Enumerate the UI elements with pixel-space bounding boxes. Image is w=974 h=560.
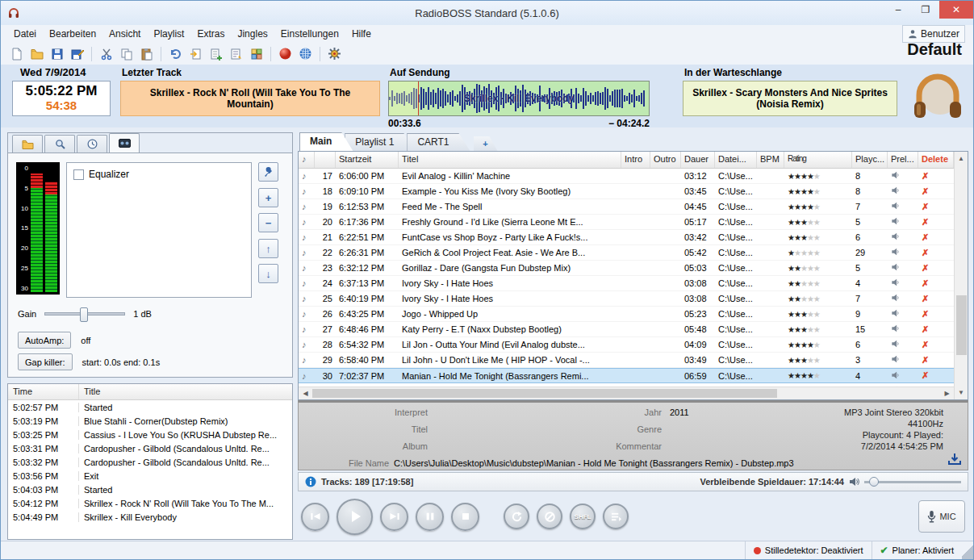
gain-slider[interactable] xyxy=(44,312,125,316)
track-rating[interactable]: ★★★★★ xyxy=(784,233,852,242)
grid-col-rating[interactable]: Rating xyxy=(784,152,852,168)
eq-move-down-button[interactable]: ↓ xyxy=(258,264,278,283)
mic-button[interactable]: MIC xyxy=(918,500,965,533)
prelisten-icon[interactable] xyxy=(888,202,918,211)
log-col-title[interactable]: Title xyxy=(79,384,292,399)
track-rating[interactable]: ★★★★★ xyxy=(784,172,852,181)
search-tab[interactable] xyxy=(44,135,75,153)
menu-datei[interactable]: Datei xyxy=(7,25,43,43)
playlist-row[interactable]: ♪286:54:32 PMLil Jon - Outta Your Mind (… xyxy=(299,337,954,353)
scroll-right-arrow[interactable]: ▶ xyxy=(940,387,954,399)
playlist-row[interactable]: ♪256:40:19 PMIvory Sky - I Hate Hoes03:0… xyxy=(299,291,954,307)
playlist-row[interactable]: ♪296:58:40 PMLil John - U Don't Like Me … xyxy=(299,353,954,368)
prelisten-icon[interactable] xyxy=(888,309,918,319)
autoamp-button[interactable]: AutoAmp: xyxy=(18,332,71,349)
folder-tab[interactable] xyxy=(12,135,43,153)
delete-track-icon[interactable]: ✗ xyxy=(918,370,954,381)
playlist-row[interactable]: ♪236:32:12 PMGorillaz - Dare (Gangsta Fu… xyxy=(299,261,954,276)
track-rating[interactable]: ★★★★★ xyxy=(784,249,852,257)
playlist-row[interactable]: ♪176:06:00 PMEvil Analog - Killin' Machi… xyxy=(299,169,954,184)
prelisten-icon[interactable] xyxy=(888,294,918,303)
open-icon[interactable] xyxy=(27,44,46,63)
scroll-up-arrow[interactable]: ▲ xyxy=(955,152,968,165)
playlist-row[interactable]: ♪186:09:10 PMExample - You Kiss Me (Ivor… xyxy=(299,184,954,199)
prelisten-icon[interactable] xyxy=(888,278,918,288)
eq-settings-button[interactable] xyxy=(258,162,278,182)
eq-move-up-button[interactable]: ↑ xyxy=(258,239,278,258)
minimize-button[interactable]: – xyxy=(884,1,912,19)
delete-track-icon[interactable]: ✗ xyxy=(918,355,954,366)
scroll-down-arrow[interactable]: ▼ xyxy=(955,386,968,399)
save-as-icon[interactable] xyxy=(68,44,86,63)
undo-icon[interactable] xyxy=(166,44,185,63)
menu-playlist[interactable]: Playlist xyxy=(147,25,190,43)
insert-track-icon[interactable] xyxy=(186,44,205,63)
volume-slider[interactable] xyxy=(864,481,961,483)
history-tab[interactable] xyxy=(77,135,107,153)
prelisten-icon[interactable] xyxy=(888,217,918,227)
settings-icon[interactable] xyxy=(325,44,344,63)
paste-icon[interactable] xyxy=(137,44,156,63)
menu-jingles[interactable]: Jingles xyxy=(231,25,274,43)
delete-track-icon[interactable]: ✗ xyxy=(918,340,954,350)
pause-button[interactable] xyxy=(416,503,444,531)
report-icon[interactable] xyxy=(227,44,245,63)
prelisten-icon[interactable] xyxy=(888,263,918,273)
equalizer-checkbox[interactable] xyxy=(73,169,84,180)
delete-track-icon[interactable]: ✗ xyxy=(918,186,954,197)
playlist-tab-playlist-1[interactable]: Playlist 1 xyxy=(345,133,415,151)
on-air-waveform[interactable]: Skrillex - Kill Everybody xyxy=(388,81,650,116)
grid-col-number[interactable] xyxy=(315,152,336,168)
track-rating[interactable]: ★★★★★ xyxy=(784,295,852,303)
delete-track-icon[interactable]: ✗ xyxy=(918,278,954,289)
prelisten-icon[interactable] xyxy=(888,355,918,365)
gap-killer-button[interactable]: Gap killer: xyxy=(18,353,73,370)
vertical-scroll-thumb[interactable] xyxy=(956,295,967,355)
gain-slider-thumb[interactable] xyxy=(80,307,88,322)
track-rating[interactable]: ★★★★★ xyxy=(784,325,852,334)
grid-col-bpm[interactable]: BPM xyxy=(757,152,784,168)
prelisten-icon[interactable] xyxy=(888,340,918,349)
track-rating[interactable]: ★★★★★ xyxy=(784,218,852,227)
maximize-button[interactable]: ❐ xyxy=(912,1,939,19)
track-rating[interactable]: ★★★★★ xyxy=(784,264,852,273)
playlist-row[interactable]: ♪216:22:51 PMFuntCase vs Shop Boyz - Par… xyxy=(299,230,954,245)
menu-ansicht[interactable]: Ansicht xyxy=(102,25,147,43)
delete-track-icon[interactable]: ✗ xyxy=(918,248,954,258)
playlist-row[interactable]: ♪206:17:36 PMFreshly Ground - I'd Like (… xyxy=(299,215,954,230)
prelisten-icon[interactable] xyxy=(888,186,918,196)
log-row[interactable]: 5:02:57 PMStarted xyxy=(8,400,292,414)
volume-icon[interactable] xyxy=(849,477,859,487)
repeat-button[interactable] xyxy=(504,504,529,529)
playlist-row[interactable]: ♪307:02:37 PMManian - Hold Me Tonight (B… xyxy=(299,368,954,383)
delete-track-icon[interactable]: ✗ xyxy=(918,171,954,182)
log-row[interactable]: 5:03:19 PMBlue Stahli - Corner(Dubstep R… xyxy=(8,414,292,428)
close-button[interactable]: ✕ xyxy=(939,1,973,19)
grid-col-intro[interactable]: Intro xyxy=(621,152,650,168)
grid-col-titel[interactable]: Titel xyxy=(399,152,621,168)
playlist-row[interactable]: ♪196:12:53 PMFeed Me - The Spell04:45C:\… xyxy=(299,199,954,215)
prelisten-icon[interactable] xyxy=(888,171,918,181)
delete-track-icon[interactable]: ✗ xyxy=(918,202,954,212)
network-icon[interactable] xyxy=(296,44,315,63)
track-rating[interactable]: ★★★★★ xyxy=(784,371,852,380)
grid-col-playc[interactable]: Playc... xyxy=(852,152,888,168)
cart-wall-icon[interactable] xyxy=(247,44,265,63)
grid-col-datei[interactable]: Datei... xyxy=(715,152,757,168)
volume-slider-thumb[interactable] xyxy=(869,477,879,487)
next-button[interactable] xyxy=(380,503,408,531)
prelisten-icon[interactable] xyxy=(888,232,918,242)
track-rating[interactable]: ★★★★★ xyxy=(784,279,852,288)
delete-track-icon[interactable]: ✗ xyxy=(918,263,954,274)
resize-grip[interactable] xyxy=(962,541,973,559)
playlist-row[interactable]: ♪226:26:31 PMGeRich & Cool Project Feat.… xyxy=(299,245,954,261)
log-row[interactable]: 5:03:31 PMCardopusher - Gilbold (Scandal… xyxy=(8,441,292,455)
grid-col-delete[interactable]: Delete xyxy=(918,152,954,168)
shuffle-button[interactable]: SHFL xyxy=(570,504,596,529)
delete-track-icon[interactable]: ✗ xyxy=(918,309,954,320)
log-row[interactable]: 5:03:32 PMCardopusher - Gilbold (Scandal… xyxy=(8,455,292,469)
menu-extras[interactable]: Extras xyxy=(190,25,231,43)
stop-button[interactable] xyxy=(451,503,479,531)
playlist-row[interactable]: ♪276:48:46 PMKaty Perry - E.T (Naxx Dubs… xyxy=(299,322,954,337)
horizontal-scrollbar[interactable]: ◀ ▶ xyxy=(299,387,954,399)
